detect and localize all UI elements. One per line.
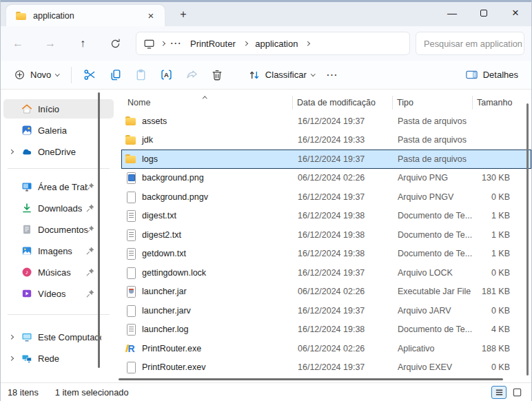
delete-button[interactable] [205,64,229,86]
items-count: 18 itens [8,387,39,398]
sidebar-item-imagens[interactable]: Imagens [3,241,114,260]
minimize-button[interactable]: — [436,2,468,24]
file-date: 16/12/2024 19:37 [294,116,394,126]
column-header-nome[interactable]: Nome [121,96,292,110]
sidebar-item-downloads[interactable]: Downloads [3,198,114,218]
file-type: Documento de Te... [394,230,474,240]
sort-icon [248,69,260,81]
forward-button[interactable]: → [39,32,62,54]
sidebar-item-documentos[interactable]: Documentos [3,220,114,239]
file-row[interactable]: launcher.log 16/12/2024 19:38 Documento … [121,320,531,340]
refresh-button[interactable] [103,32,127,54]
details-view-button[interactable] [491,386,507,399]
file-type: Executable Jar File [394,287,474,296]
column-header-data[interactable]: Data de modificação [292,96,392,110]
tab-application[interactable]: application × [6,5,165,26]
expand-chevron-icon[interactable] [9,150,13,154]
file-row[interactable]: getdown.txt 16/12/2024 19:38 Documento d… [121,245,531,264]
file-row[interactable]: background.pngv 16/12/2024 19:37 Arquivo… [121,187,531,207]
expand-chevron-icon[interactable] [9,356,13,360]
search-input[interactable]: Pesquisar em application [416,32,524,55]
back-button[interactable]: ← [6,32,30,54]
file-list: Nome Data de modificação Tipo Tamanho as… [116,90,531,382]
details-pane-button[interactable]: Detalhes [459,64,524,86]
breadcrumb-application[interactable]: application [253,37,300,50]
onedrive-icon [21,146,32,157]
see-more-button[interactable]: ··· [320,64,345,86]
icons-view-button[interactable] [509,386,524,399]
new-button-label: Novo [30,70,51,80]
up-icon: ↑ [80,37,85,50]
pin-icon [85,289,95,298]
sidebar-item-onedrive[interactable]: OneDrive [3,142,114,161]
copy-button[interactable] [103,64,128,86]
file-size: 0 KB [474,306,521,316]
sidebar-scrollbar[interactable] [98,92,100,368]
sidebar-item-label: Imagens [38,246,72,256]
file-date: 16/12/2024 19:37 [294,192,394,202]
file-date: 16/12/2024 19:37 [294,306,394,316]
sort-ascending-icon [203,92,207,102]
breadcrumb-printrouter[interactable]: PrintRouter [188,37,238,50]
text-file-icon [125,209,137,222]
pin-icon [85,203,95,213]
file-row[interactable]: assets 16/12/2024 19:37 Pasta de arquivo… [121,112,531,131]
breadcrumb-ellipsis-button[interactable]: ··· [171,39,183,48]
file-name: digest.txt [142,211,176,220]
file-row[interactable]: launcher.jar 06/12/2024 02:26 Executable… [121,282,531,302]
sidebar-item-label: Início [38,104,59,114]
new-button[interactable]: Novo [8,64,65,86]
file-row[interactable]: launcher.jarv 16/12/2024 19:37 Arquivo J… [121,301,531,320]
cut-button[interactable] [77,64,103,86]
sidebar-divider [8,168,110,169]
tab-close-icon[interactable]: × [144,9,158,23]
column-header-tamanho[interactable]: Tamanho [472,96,519,110]
file-row[interactable]: PrintRouter.exev 16/12/2024 19:37 Arquiv… [121,358,531,378]
sidebar-item-musicas[interactable]: ♪ Músicas [3,263,114,282]
sidebar-item-rede[interactable]: Rede [3,349,114,368]
sidebar-item-galeria[interactable]: Galeria [3,121,114,140]
address-bar[interactable]: ··· PrintRouter application [136,32,410,55]
rename-button[interactable]: A [154,64,179,86]
file-row[interactable]: jdk 16/12/2024 19:33 Pasta de arquivos [121,131,531,150]
expand-chevron-icon[interactable] [9,335,13,339]
up-button[interactable]: ↑ [71,32,94,54]
sidebar-item-area-de-trabalho[interactable]: Área de Trabalho [3,177,114,196]
documents-icon [21,224,32,235]
file-row[interactable]: background.png 06/12/2024 02:26 Arquivo … [121,169,531,188]
file-type: Documento de Te... [394,211,474,220]
file-row[interactable]: digest.txt 16/12/2024 19:38 Documento de… [121,207,531,226]
sort-button[interactable]: Classificar [242,64,320,86]
sort-button-label: Classificar [265,70,307,80]
sidebar-item-label: Este Computador [38,332,101,342]
file-size: 130 KB [474,173,521,183]
share-button[interactable] [179,64,205,86]
sidebar-item-videos[interactable]: Vídeos [3,284,114,303]
plus-icon: + [180,8,186,21]
horizontal-scrollbar[interactable] [119,378,503,380]
pin-icon [85,182,95,192]
paste-button[interactable] [128,64,154,86]
column-headers: Nome Data de modificação Tipo Tamanho [121,93,531,112]
new-tab-button[interactable]: + [174,6,192,23]
sidebar-item-label: Galeria [38,125,67,136]
close-button[interactable]: × [500,2,531,24]
tab-label: application [33,11,144,21]
sidebar-item-inicio[interactable]: Início [3,99,114,119]
file-row[interactable]: PrintRouter.exe 06/12/2024 02:26 Aplicat… [121,339,531,358]
sidebar-item-este-computador[interactable]: Este Computador [3,327,114,347]
column-header-tipo[interactable]: Tipo [392,96,472,110]
blank-file-icon [125,305,137,317]
file-row-selected[interactable]: logs 16/12/2024 19:37 Pasta de arquivos [121,150,531,169]
vertical-scrollbar[interactable] [526,103,529,376]
details-pane-icon [465,68,478,81]
file-row[interactable]: digest2.txt 16/12/2024 19:38 Documento d… [121,225,531,245]
file-size: 1 KB [474,249,521,258]
file-type: Arquivo PNGV [394,192,474,202]
file-type: Pasta de arquivos [394,135,474,145]
file-row[interactable]: gettingdown.lock 16/12/2024 19:37 Arquiv… [121,263,531,282]
file-type: Aplicativo [394,344,474,353]
file-name: launcher.jar [142,287,187,296]
file-name: logs [142,154,158,164]
maximize-button[interactable] [468,2,500,24]
